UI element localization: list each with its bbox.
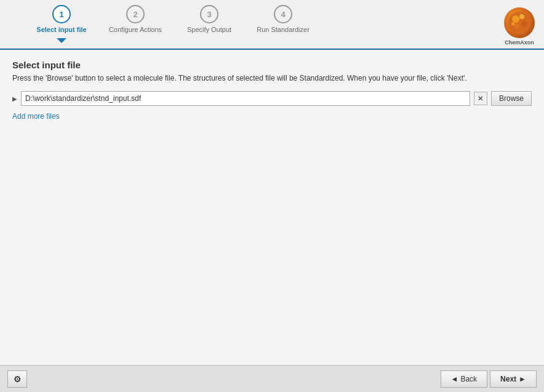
step-3-label: Specify Output — [187, 26, 231, 37]
wizard-steps: 1 Select input file 2 Configure Actions … — [0, 5, 320, 43]
back-arrow-icon: ◄ — [451, 375, 458, 383]
chemaxon-logo: ChemAxon — [495, 5, 544, 48]
back-label: Back — [460, 375, 477, 383]
logo-image — [504, 7, 535, 38]
step-4-label: Run Standardizer — [257, 26, 310, 37]
file-row: ▶ ✕ Browse — [12, 91, 532, 106]
main-content: Select input file Press the 'Browse' but… — [0, 49, 544, 365]
svg-point-3 — [521, 21, 527, 27]
browse-button[interactable]: Browse — [491, 91, 532, 106]
next-label: Next — [500, 375, 516, 383]
svg-point-5 — [511, 22, 515, 26]
expand-icon[interactable]: ▶ — [12, 95, 17, 102]
logo-text: ChemAxon — [505, 39, 534, 46]
gear-icon: ⚙ — [14, 374, 22, 384]
page-description: Press the 'Browse' button to select a mo… — [12, 74, 532, 82]
step-4-circle: 4 — [274, 5, 292, 23]
footer: ⚙ ◄ Back Next ► — [0, 365, 544, 392]
step-1-label: Select input file — [36, 26, 86, 37]
step-1-indicator — [57, 38, 66, 43]
step-2[interactable]: 2 Configure Actions — [98, 5, 172, 37]
step-1[interactable]: 1 Select input file — [25, 5, 98, 43]
file-input[interactable] — [21, 91, 470, 106]
step-3-circle: 3 — [200, 5, 218, 23]
next-button[interactable]: Next ► — [490, 370, 537, 388]
back-button[interactable]: ◄ Back — [441, 370, 488, 388]
clear-button[interactable]: ✕ — [474, 92, 487, 105]
page-title: Select input file — [12, 60, 532, 70]
svg-point-1 — [512, 15, 519, 23]
step-3[interactable]: 3 Specify Output — [172, 5, 246, 37]
step-2-circle: 2 — [126, 5, 145, 23]
nav-buttons: ◄ Back Next ► — [441, 370, 537, 388]
svg-point-4 — [514, 24, 519, 29]
settings-button[interactable]: ⚙ — [7, 370, 27, 388]
step-4[interactable]: 4 Run Standardizer — [246, 5, 320, 37]
add-more-files-link[interactable]: Add more files — [12, 112, 60, 121]
svg-point-2 — [519, 14, 524, 19]
next-arrow-icon: ► — [519, 375, 526, 383]
wizard-header: 1 Select input file 2 Configure Actions … — [0, 0, 544, 49]
svg-point-0 — [508, 12, 530, 34]
step-2-label: Configure Actions — [109, 26, 162, 37]
step-1-circle: 1 — [52, 5, 71, 23]
